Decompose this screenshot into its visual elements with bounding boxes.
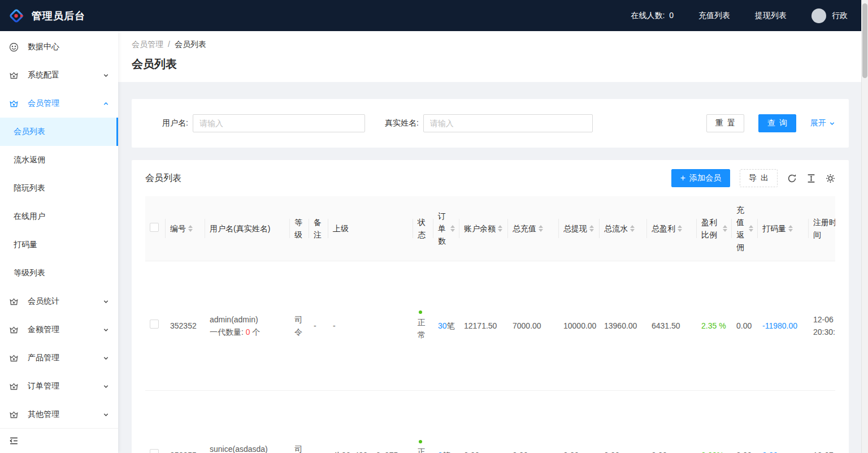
sidebar-item-amount-management[interactable]: 金额管理 bbox=[0, 316, 118, 344]
sort-caret-icon[interactable] bbox=[678, 225, 682, 232]
chevron-down-icon bbox=[829, 120, 835, 127]
col-orders[interactable]: 订单数 bbox=[433, 196, 459, 261]
filter-card: 用户名: 真实姓名: 重置 查询 展开 bbox=[132, 99, 849, 148]
cell-level: 司令 bbox=[290, 261, 309, 390]
crown-icon bbox=[9, 410, 19, 420]
sidebar-item-system-config[interactable]: 系统配置 bbox=[0, 61, 118, 89]
reset-button[interactable]: 重置 bbox=[706, 114, 744, 132]
chevron-down-icon bbox=[103, 383, 109, 390]
cell-recharge: 0.00 bbox=[508, 390, 559, 453]
col-status: 状态 bbox=[413, 196, 433, 261]
col-flow[interactable]: 总流水 bbox=[600, 196, 647, 261]
row-checkbox[interactable] bbox=[150, 320, 159, 329]
sidebar-item-level-list[interactable]: 等级列表 bbox=[0, 259, 118, 287]
cell-orders: 0笔 bbox=[433, 390, 459, 453]
sidebar-item-online-users[interactable]: 在线用户 bbox=[0, 202, 118, 231]
col-id[interactable]: 编号 bbox=[166, 196, 205, 261]
add-member-button[interactable]: + 添加会员 bbox=[671, 169, 730, 187]
topbar: 管理员后台 在线人数: 0 充值列表 提现列表 行政 bbox=[0, 0, 868, 31]
username-filter-label: 用户名: bbox=[162, 118, 188, 128]
reload-icon[interactable] bbox=[787, 174, 797, 183]
username-filter-input[interactable] bbox=[193, 114, 365, 132]
row-checkbox[interactable] bbox=[150, 449, 159, 453]
crown-icon bbox=[9, 71, 19, 80]
recharge-list-link[interactable]: 充值列表 bbox=[698, 11, 730, 21]
column-height-icon[interactable] bbox=[806, 174, 816, 183]
settings-gear-icon[interactable] bbox=[826, 174, 835, 183]
breadcrumb-parent[interactable]: 会员管理 bbox=[132, 40, 163, 50]
avatar[interactable] bbox=[811, 8, 826, 23]
orders-count-link[interactable]: 0 bbox=[438, 451, 442, 453]
member-list-card: 会员列表 + 添加会员 导出 bbox=[132, 160, 849, 453]
crown-icon bbox=[9, 99, 19, 109]
sidebar-item-product-management[interactable]: 产品管理 bbox=[0, 344, 118, 372]
cell-parent: - bbox=[328, 261, 413, 390]
sort-caret-icon[interactable] bbox=[749, 225, 753, 232]
sidebar-item-member-stats[interactable]: 会员统计 bbox=[0, 287, 118, 316]
sort-caret-icon[interactable] bbox=[450, 225, 455, 232]
sidebar-item-flow-rebate[interactable]: 流水返佣 bbox=[0, 146, 118, 174]
sort-caret-icon[interactable] bbox=[589, 225, 594, 232]
col-remark: 备注 bbox=[309, 196, 328, 261]
logo-diamond-icon bbox=[8, 7, 25, 24]
scrollbar-thumb[interactable] bbox=[862, 3, 867, 78]
col-balance[interactable]: 账户余额 bbox=[459, 196, 508, 261]
cell-orders: 30笔 bbox=[433, 261, 459, 390]
sidebar-item-order-management[interactable]: 订单管理 bbox=[0, 372, 118, 400]
sort-caret-icon[interactable] bbox=[498, 225, 502, 232]
expand-link[interactable]: 展开 bbox=[810, 118, 835, 128]
sidebar-item-dama-volume[interactable]: 打码量 bbox=[0, 231, 118, 259]
user-menu[interactable]: 行政 bbox=[811, 8, 848, 23]
cell-flow: 13960.00 bbox=[600, 261, 647, 390]
cell-status: 正常 bbox=[413, 390, 433, 453]
col-time[interactable]: 注册时间 bbox=[809, 196, 835, 261]
col-withdraw[interactable]: 总提现 bbox=[559, 196, 600, 261]
col-recharge[interactable]: 总充值 bbox=[508, 196, 559, 261]
cell-profit: 0.00 bbox=[647, 390, 697, 453]
cell-remark: - bbox=[309, 261, 328, 390]
cell-time: 12-0620:30:24 bbox=[809, 261, 835, 390]
sidebar-item-member-management[interactable]: 会员管理 bbox=[0, 89, 118, 118]
sort-caret-icon[interactable] bbox=[630, 225, 635, 232]
page-title: 会员列表 bbox=[132, 57, 848, 72]
sidebar-item-data-center[interactable]: 数据中心 bbox=[0, 33, 118, 61]
cell-remark: - bbox=[309, 390, 328, 453]
cell-rebate: 0.00 bbox=[732, 390, 758, 453]
realname-filter-label: 真实姓名: bbox=[385, 118, 419, 128]
search-button[interactable]: 查询 bbox=[758, 114, 796, 132]
sidebar-item-member-list[interactable]: 会员列表 bbox=[0, 118, 118, 146]
breadcrumb-current: 会员列表 bbox=[175, 40, 206, 50]
cell-time: 12-07 bbox=[809, 390, 835, 453]
sort-caret-icon[interactable] bbox=[723, 225, 727, 232]
realname-filter-input[interactable] bbox=[423, 114, 593, 132]
sidebar-item-companion-list[interactable]: 陪玩列表 bbox=[0, 174, 118, 202]
vertical-scrollbar[interactable] bbox=[861, 0, 868, 453]
orders-count-link[interactable]: 30 bbox=[438, 321, 447, 330]
withdraw-list-link[interactable]: 提现列表 bbox=[755, 11, 787, 21]
col-rebate[interactable]: 充值返佣 bbox=[732, 196, 758, 261]
sidebar-collapse-trigger[interactable] bbox=[0, 428, 118, 453]
dama-link[interactable]: -11980.00 bbox=[762, 321, 797, 330]
cell-profit: 6431.50 bbox=[647, 261, 697, 390]
cell-user: admin(admin) 一代数量: 0 个 bbox=[205, 261, 290, 390]
col-profit[interactable]: 总盈利 bbox=[647, 196, 697, 261]
row-select-cell[interactable] bbox=[145, 390, 166, 453]
cell-balance: 0.00 bbox=[459, 390, 508, 453]
member-table: 编号 用户名(真实姓名) 等级 备注 上级 状态 订单数 账户余额 总充值 总提… bbox=[145, 196, 835, 453]
app-title: 管理员后台 bbox=[32, 9, 85, 23]
sidebar-item-other-management[interactable]: 其他管理 bbox=[0, 400, 118, 429]
col-ratio[interactable]: 盈利比例 bbox=[697, 196, 732, 261]
sort-caret-icon[interactable] bbox=[188, 225, 193, 232]
select-all-header[interactable] bbox=[145, 196, 166, 261]
dama-link[interactable]: 0.00 bbox=[762, 451, 778, 453]
chevron-down-icon bbox=[103, 72, 109, 79]
row-select-cell[interactable] bbox=[145, 261, 166, 390]
export-button[interactable]: 导出 bbox=[740, 169, 778, 187]
user-name: 行政 bbox=[832, 11, 848, 21]
plus-icon: + bbox=[680, 174, 685, 183]
sort-caret-icon[interactable] bbox=[539, 225, 543, 232]
col-dama[interactable]: 打码量 bbox=[758, 196, 809, 261]
select-all-checkbox[interactable] bbox=[150, 223, 159, 232]
status-dot bbox=[419, 440, 422, 443]
sort-caret-icon[interactable] bbox=[788, 225, 793, 232]
